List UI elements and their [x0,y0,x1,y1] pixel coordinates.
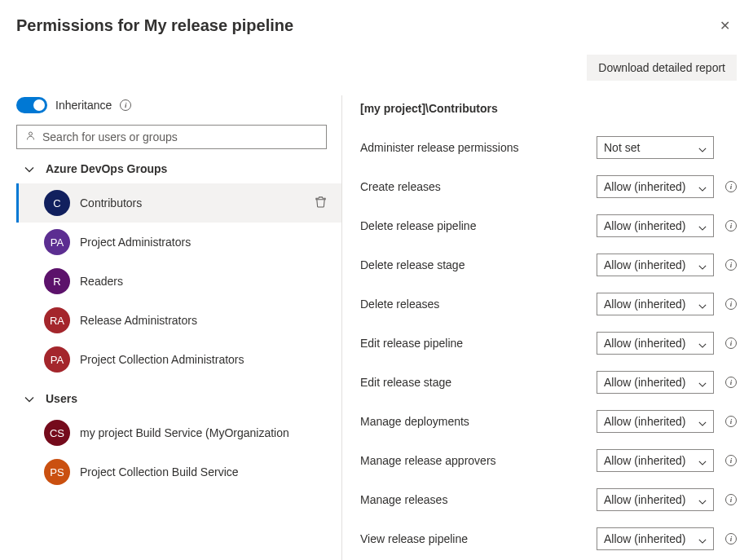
permission-label: Edit release pipeline [360,337,597,350]
permission-value: Allow (inherited) [604,493,685,506]
info-icon[interactable]: i [725,181,737,192]
permission-row: Manage deploymentsAllow (inherited)i [360,402,737,441]
chevron-down-icon [698,222,707,230]
info-icon[interactable]: i [725,533,737,545]
permission-row: View release pipelineAllow (inherited)i [360,519,737,558]
groups-list: CContributorsPAProject AdministratorsRRe… [16,183,341,379]
permission-row: Manage release approversAllow (inherited… [360,441,737,480]
dialog-header: Permissions for My release pipeline ✕ [16,15,737,37]
users-list: CSmy project Build Service (MyOrganizati… [16,413,341,492]
group-item[interactable]: CContributors [16,183,341,223]
permission-select[interactable]: Allow (inherited) [597,488,714,511]
permission-label: Delete release stage [360,258,597,271]
groups-section-header[interactable]: Azure DevOps Groups [16,149,341,183]
permission-value: Allow (inherited) [604,258,685,271]
group-item-label: Readers [80,275,330,288]
close-icon[interactable]: ✕ [713,15,737,37]
avatar: CS [44,420,70,446]
info-icon[interactable]: i [725,220,737,231]
permission-row: Create releasesAllow (inherited)i [360,167,737,206]
permission-select[interactable]: Allow (inherited) [597,449,714,472]
inheritance-toggle[interactable] [16,97,47,113]
right-panel: [my project]\Contributors Administer rel… [342,95,737,560]
info-icon[interactable]: i [725,298,737,310]
permission-select[interactable]: Allow (inherited) [597,371,714,394]
left-panel: Inheritance i Azure DevOps Groups CContr… [16,95,342,560]
chevron-down-icon [698,417,707,426]
permission-label: Create releases [360,180,597,193]
inheritance-label: Inheritance [55,99,112,112]
permission-select[interactable]: Not set [597,136,714,159]
group-item-label: Contributors [80,196,302,209]
info-icon[interactable]: i [725,377,737,388]
avatar: PA [44,229,70,255]
permission-row: Edit release stageAllow (inherited)i [360,363,737,402]
dialog-title: Permissions for My release pipeline [16,16,293,35]
permission-info-slot: i [725,259,737,271]
group-item-label: Project Administrators [80,236,330,249]
permission-label: Delete releases [360,298,597,311]
permission-info-slot: i [725,494,737,505]
search-box[interactable] [16,125,327,149]
users-section-header[interactable]: Users [16,379,341,413]
info-icon[interactable]: i [725,494,737,505]
info-icon[interactable]: i [725,416,737,427]
permission-select[interactable]: Allow (inherited) [597,175,714,198]
chevron-down-icon [698,143,707,152]
avatar: C [44,190,70,216]
permission-info-slot: i [725,220,737,231]
permission-select[interactable]: Allow (inherited) [597,214,714,237]
inheritance-row: Inheritance i [16,95,341,125]
info-icon[interactable]: i [725,259,737,271]
group-item[interactable]: PAProject Collection Administrators [16,340,341,379]
permission-label: Manage release approvers [360,454,597,467]
inheritance-info-icon[interactable]: i [120,99,131,111]
group-item[interactable]: PAProject Administrators [16,223,341,262]
permission-row: Delete releasesAllow (inherited)i [360,284,737,324]
details-title: [my project]\Contributors [360,95,737,128]
chevron-down-icon [24,164,34,174]
permission-row: Manage releasesAllow (inherited)i [360,480,737,519]
avatar: RA [44,307,70,333]
chevron-down-icon [698,183,707,191]
groups-section-label: Azure DevOps Groups [46,162,167,175]
info-icon[interactable]: i [725,337,737,349]
permission-row: Administer release permissionsNot set [360,128,737,167]
permission-value: Allow (inherited) [604,180,685,193]
user-item[interactable]: CSmy project Build Service (MyOrganizati… [16,413,341,452]
permission-info-slot: i [725,455,737,466]
permission-select[interactable]: Allow (inherited) [597,254,714,276]
search-icon [25,130,36,143]
delete-icon[interactable] [311,192,330,214]
permission-label: Administer release permissions [360,141,597,154]
avatar: PA [44,346,70,373]
permission-value: Allow (inherited) [604,415,685,428]
permission-row: Delete release stageAllow (inherited)i [360,245,737,284]
permission-select[interactable]: Allow (inherited) [597,293,714,315]
group-item[interactable]: RReaders [16,262,341,301]
group-item-label: Project Collection Administrators [80,353,330,366]
permission-info-slot: i [725,533,737,545]
user-item-label: my project Build Service (MyOrganization [80,426,330,439]
permission-select[interactable]: Allow (inherited) [597,410,714,433]
permission-select[interactable]: Allow (inherited) [597,527,714,550]
permissions-dialog: Permissions for My release pipeline ✕ Do… [0,0,753,560]
download-report-button[interactable]: Download detailed report [587,55,737,81]
chevron-down-icon [698,496,707,504]
permission-value: Not set [604,141,640,154]
chevron-down-icon [24,394,34,403]
permission-value: Allow (inherited) [604,219,685,232]
report-row: Download detailed report [16,55,737,81]
user-item[interactable]: PSProject Collection Build Service [16,452,341,492]
permission-value: Allow (inherited) [604,337,685,350]
group-item-label: Release Administrators [80,314,330,327]
group-item[interactable]: RARelease Administrators [16,301,341,340]
permission-label: Delete release pipeline [360,219,597,232]
info-icon[interactable]: i [725,455,737,466]
permission-info-slot: i [725,337,737,349]
permission-label: Manage deployments [360,415,597,428]
search-input[interactable] [42,130,318,143]
permission-info-slot: i [725,377,737,388]
permission-select[interactable]: Allow (inherited) [597,332,714,355]
chevron-down-icon [698,456,707,465]
